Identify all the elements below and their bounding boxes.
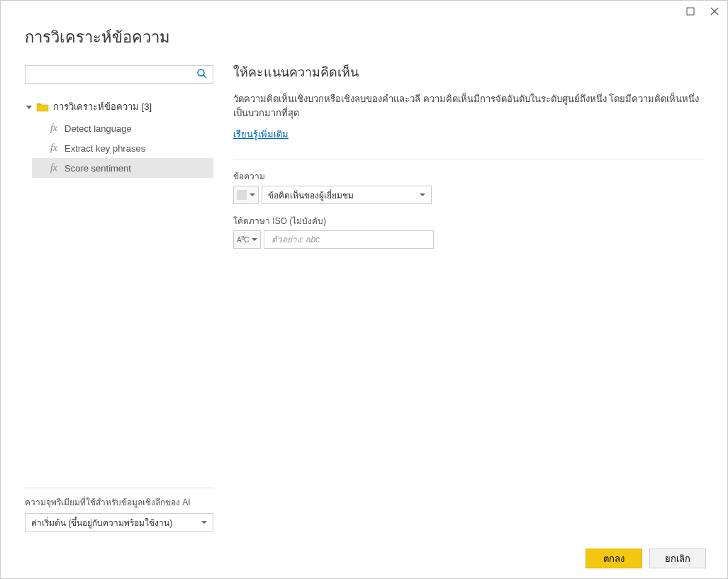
learn-more-link[interactable]: เรียนรู้เพิ่มเติม bbox=[233, 127, 289, 142]
function-icon: fx bbox=[49, 162, 59, 174]
iso-input-wrapper bbox=[264, 230, 434, 249]
tree-root[interactable]: การวิเคราะห์ข้อความ [3] bbox=[25, 96, 213, 117]
svg-point-1 bbox=[198, 69, 204, 76]
function-description: วัดความคิดเห็นเชิงบวกหรือเชิงลบของคำและว… bbox=[233, 92, 703, 120]
tree-item-score-sentiment[interactable]: fx Score sentiment bbox=[32, 158, 213, 178]
field-label: โค้ดภาษา ISO (ไม่บังคับ) bbox=[233, 214, 703, 227]
folder-icon bbox=[36, 102, 49, 112]
titlebar bbox=[1, 1, 727, 22]
chevron-down-icon bbox=[420, 193, 425, 196]
dialog-title: การวิเคราะห์ข้อความ bbox=[25, 25, 213, 50]
search-box bbox=[25, 65, 213, 84]
dialog-content: การวิเคราะห์ข้อความ การวิเคราะห์ข้อความ … bbox=[1, 22, 727, 539]
tree-item-label: Score sentiment bbox=[65, 163, 131, 174]
function-icon: fx bbox=[49, 142, 59, 154]
svg-rect-0 bbox=[687, 8, 694, 15]
field-iso: โค้ดภาษา ISO (ไม่บังคับ) ABC bbox=[233, 214, 703, 249]
abc-icon: ABC bbox=[237, 235, 249, 244]
text-column-dropdown[interactable]: ข้อคิดเห็นของผู้เยี่ยมชม bbox=[262, 186, 432, 204]
value-type-selector[interactable]: ABC bbox=[233, 230, 261, 249]
tree-item-label: Detect language bbox=[65, 123, 132, 134]
search-icon bbox=[196, 68, 209, 81]
maximize-icon bbox=[686, 7, 695, 16]
function-tree: การวิเคราะห์ข้อความ [3] fx Detect langua… bbox=[25, 96, 213, 178]
capacity-value: ค่าเริ่มต้น (ขึ้นอยู่กับความพร้อมใช้งาน) bbox=[31, 516, 172, 529]
chevron-down-icon bbox=[26, 106, 32, 109]
close-button[interactable] bbox=[707, 4, 722, 18]
capacity-label: ความจุพรีเมียมที่ใช้สำหรับข้อมูลเชิงลึกข… bbox=[25, 488, 213, 509]
column-icon bbox=[237, 190, 247, 200]
chevron-down-icon bbox=[252, 238, 257, 241]
tree-item-detect-language[interactable]: fx Detect language bbox=[32, 118, 213, 138]
tree-item-extract-key-phrases[interactable]: fx Extract key phrases bbox=[32, 138, 213, 158]
dialog-window: การวิเคราะห์ข้อความ การวิเคราะห์ข้อความ … bbox=[0, 0, 728, 579]
field-text: ข้อความ ข้อคิดเห็นของผู้เยี่ยมชม bbox=[233, 169, 703, 204]
capacity-dropdown[interactable]: ค่าเริ่มต้น (ขึ้นอยู่กับความพร้อมใช้งาน) bbox=[25, 513, 213, 532]
dialog-footer: ตกลง ยกเลิก bbox=[1, 539, 727, 578]
function-icon: fx bbox=[49, 123, 59, 134]
column-type-selector[interactable] bbox=[233, 186, 259, 204]
text-column-value: ข้อคิดเห็นของผู้เยี่ยมชม bbox=[268, 189, 354, 202]
tree-children: fx Detect language fx Extract key phrase… bbox=[32, 118, 213, 178]
iso-language-input[interactable] bbox=[270, 234, 427, 245]
chevron-down-icon bbox=[250, 193, 255, 196]
close-icon bbox=[710, 7, 719, 16]
ok-button[interactable]: ตกลง bbox=[586, 549, 642, 568]
maximize-button[interactable] bbox=[683, 4, 698, 18]
function-title: ให้คะแนนความคิดเห็น bbox=[233, 62, 703, 82]
main-panel: ให้คะแนนความคิดเห็น วัดความคิดเห็นเชิงบว… bbox=[230, 22, 703, 532]
divider bbox=[233, 159, 703, 159]
chevron-down-icon bbox=[201, 521, 207, 524]
cancel-button[interactable]: ยกเลิก bbox=[649, 549, 706, 568]
svg-line-2 bbox=[203, 75, 206, 78]
tree-root-label: การวิเคราะห์ข้อความ [3] bbox=[53, 99, 152, 114]
sidebar: การวิเคราะห์ข้อความ การวิเคราะห์ข้อความ … bbox=[25, 22, 230, 532]
search-input[interactable] bbox=[25, 65, 213, 84]
tree-item-label: Extract key phrases bbox=[65, 143, 145, 154]
field-label: ข้อความ bbox=[233, 169, 703, 183]
